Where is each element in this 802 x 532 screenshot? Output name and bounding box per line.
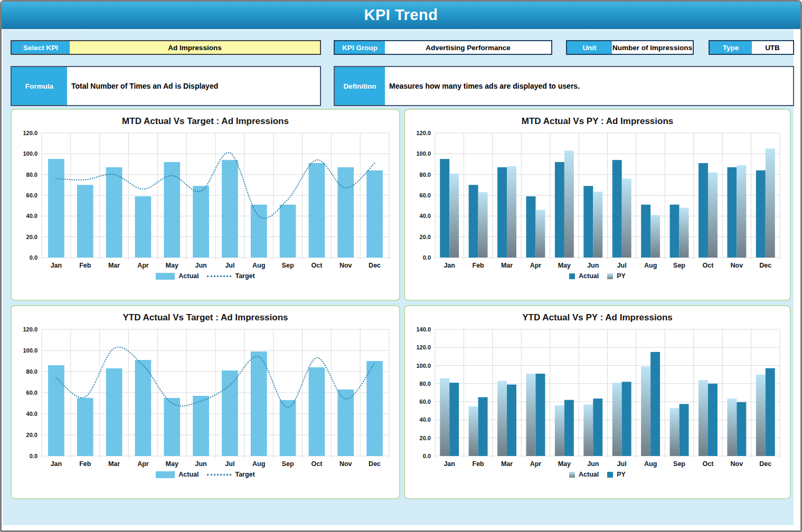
svg-text:Jun: Jun: [587, 460, 599, 468]
kpi-group-label: KPI Group: [335, 41, 385, 54]
bar-actual-dec: [756, 170, 766, 258]
svg-text:80.0: 80.0: [26, 172, 37, 178]
bar-py-may: [564, 400, 574, 456]
legend-swatch-actual: [569, 472, 575, 478]
svg-text:Dec: Dec: [369, 460, 381, 468]
legend-label-actual: Actual: [178, 471, 199, 478]
bar-actual-feb: [469, 406, 478, 456]
svg-text:Dec: Dec: [759, 460, 771, 468]
bar-actual-mar: [497, 381, 507, 456]
bar-py-jul: [622, 382, 631, 456]
chart-panel-ytd-vs-py: YTD Actual Vs PY : Ad Impressions 0.020.…: [404, 305, 791, 499]
bar-actual-mar: [106, 167, 122, 258]
svg-text:Sep: Sep: [673, 262, 685, 269]
svg-text:60.0: 60.0: [420, 192, 431, 198]
legend-label-py: PY: [617, 272, 626, 280]
svg-text:60.0: 60.0: [26, 192, 37, 198]
bar-py-jul: [622, 179, 631, 258]
svg-text:Apr: Apr: [137, 460, 149, 468]
svg-text:Aug: Aug: [644, 262, 657, 269]
chart-panel-ytd-vs-target: YTD Actual Vs Target : Ad Impressions 0.…: [11, 305, 400, 499]
svg-text:100.0: 100.0: [23, 347, 37, 354]
svg-text:Nov: Nov: [339, 262, 352, 269]
bar-actual-oct: [699, 163, 708, 258]
bar-actual-jul: [222, 160, 238, 258]
bar-actual-sep: [280, 400, 296, 456]
svg-text:0.0: 0.0: [423, 254, 431, 261]
svg-text:20.0: 20.0: [26, 432, 37, 438]
bar-py-apr: [535, 374, 545, 456]
bar-actual-apr: [526, 196, 536, 258]
bar-actual-may: [555, 405, 564, 456]
svg-text:Jun: Jun: [587, 262, 599, 269]
chart-legend-ytd-vs-target: ActualTarget: [156, 471, 254, 478]
dashboard-window: KPI Trend Select KPI Ad Impressions KPI …: [0, 0, 802, 532]
page-title: KPI Trend: [364, 6, 438, 24]
bar-py-sep: [680, 208, 689, 258]
legend-label-actual: Actual: [579, 471, 599, 478]
bar-actual-mar: [497, 167, 507, 258]
definition-label: Definition: [335, 67, 385, 105]
svg-text:Apr: Apr: [530, 460, 542, 468]
svg-text:Feb: Feb: [473, 460, 485, 468]
chart-title-ytd-vs-py: YTD Actual Vs PY : Ad Impressions: [522, 312, 673, 323]
svg-text:Jul: Jul: [617, 262, 627, 269]
svg-text:80.0: 80.0: [420, 381, 431, 387]
svg-text:20.0: 20.0: [420, 234, 431, 240]
chart-legend-mtd-vs-target: ActualTarget: [156, 272, 254, 280]
svg-text:Jul: Jul: [225, 262, 234, 269]
bar-py-oct: [708, 173, 718, 258]
bar-actual-feb: [469, 185, 478, 258]
bar-actual-nov: [337, 167, 354, 258]
svg-text:0.0: 0.0: [423, 453, 431, 459]
svg-text:Sep: Sep: [673, 460, 685, 468]
bar-py-may: [564, 150, 574, 258]
bar-py-feb: [478, 192, 488, 258]
select-kpi-value[interactable]: Ad Impressions: [70, 41, 320, 54]
svg-text:Dec: Dec: [369, 262, 381, 269]
svg-text:140.0: 140.0: [416, 326, 431, 332]
bar-actual-sep: [670, 205, 680, 258]
svg-text:Mar: Mar: [501, 262, 513, 269]
bar-py-feb: [478, 397, 488, 456]
legend-item-py: PY: [607, 471, 626, 478]
svg-text:120.0: 120.0: [416, 344, 431, 350]
bar-actual-dec: [366, 361, 383, 456]
chart-legend-ytd-vs-py: ActualPY: [569, 471, 626, 478]
bar-actual-aug: [641, 366, 650, 456]
svg-text:Mar: Mar: [108, 460, 120, 468]
chart-title-mtd-vs-target: MTD Actual Vs Target : Ad Impressions: [122, 116, 289, 127]
title-bar: KPI Trend: [2, 2, 800, 29]
legend-swatch-py: [607, 472, 613, 478]
bar-py-sep: [680, 404, 689, 456]
svg-text:Oct: Oct: [311, 262, 323, 269]
svg-text:100.0: 100.0: [416, 363, 431, 369]
legend-label-actual: Actual: [178, 272, 199, 280]
chart-canvas-ytd-vs-target: 0.020.040.060.080.0100.0120.0JanFebMarAp…: [14, 325, 397, 470]
legend-swatch-target: [207, 276, 231, 277]
svg-text:120.0: 120.0: [416, 130, 431, 136]
definition-value: Measures how many times ads are displaye…: [385, 67, 793, 105]
legend-swatch-actual: [156, 273, 175, 280]
chart-panel-mtd-vs-target: MTD Actual Vs Target : Ad Impressions 0.…: [11, 109, 400, 301]
svg-text:Nov: Nov: [731, 460, 743, 468]
bar-py-dec: [766, 368, 775, 456]
select-kpi-label: Select KPI: [12, 41, 70, 54]
legend-item-actual: Actual: [569, 272, 599, 280]
svg-text:Nov: Nov: [339, 460, 352, 468]
legend-label-target: Target: [235, 272, 254, 280]
unit-control: Unit Number of Impressions: [566, 40, 694, 55]
bar-py-jan: [449, 174, 459, 258]
bar-actual-apr: [135, 360, 152, 456]
chart-canvas-mtd-vs-py: 0.020.040.060.080.0100.0120.0JanFebMarAp…: [408, 129, 787, 271]
svg-text:120.0: 120.0: [23, 326, 37, 332]
bar-actual-jun: [583, 404, 593, 456]
definition-control: Definition Measures how many times ads a…: [334, 66, 794, 106]
bar-py-aug: [650, 215, 660, 258]
type-value: UTB: [752, 41, 793, 54]
chart-title-ytd-vs-target: YTD Actual Vs Target : Ad Impressions: [123, 312, 288, 323]
svg-text:80.0: 80.0: [420, 172, 431, 178]
svg-text:Sep: Sep: [282, 460, 294, 468]
svg-text:40.0: 40.0: [420, 213, 431, 219]
svg-text:Jun: Jun: [195, 460, 206, 468]
